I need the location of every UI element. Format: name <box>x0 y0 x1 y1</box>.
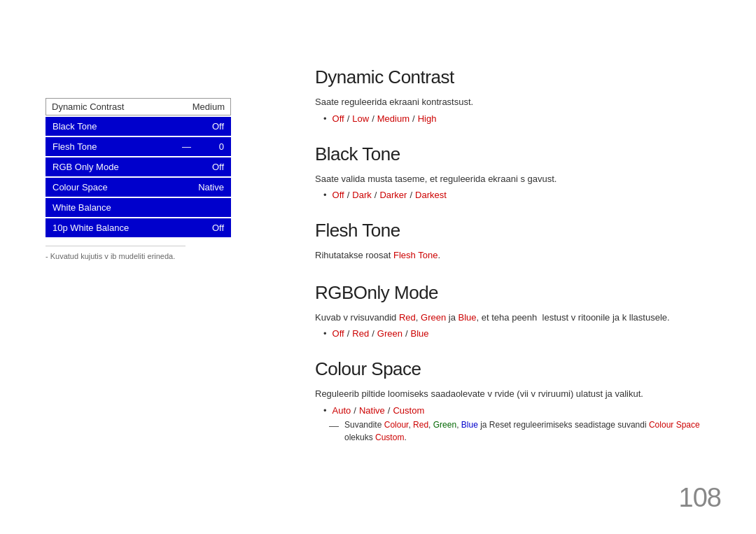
section-desc-flesh-tone: Rihutatakse roosat Flesh Tone. <box>315 248 714 262</box>
menu-item-label: 10p White Balance <box>52 223 129 233</box>
menu-item-10p-white-balance[interactable]: 10p White Balance Off <box>46 218 231 237</box>
menu-item-label: Flesh Tone <box>52 141 97 152</box>
menu-item-black-tone[interactable]: Black Tone Off <box>46 117 231 136</box>
bullet: • <box>323 328 327 339</box>
section-options-rgb-only-mode: • Off / Red / Green / Blue <box>323 328 714 339</box>
bullet: • <box>323 113 327 124</box>
note-text: - Kuvatud kujutis v ib mudeliti erineda. <box>46 252 231 260</box>
menu-item-label: White Balance <box>52 202 111 213</box>
section-title-rgb-only-mode: RGBOnly Mode <box>315 282 714 304</box>
sub-note-text: Suvandite Colour, Red, Green, Blue ja Re… <box>344 419 714 444</box>
section-flesh-tone: Flesh Tone Rihutatakse roosat Flesh Tone… <box>315 220 714 262</box>
menu-item-value: Off <box>212 121 224 132</box>
left-menu-panel: Dynamic Contrast Medium Black Tone Off F… <box>46 98 231 260</box>
section-title-flesh-tone: Flesh Tone <box>315 220 714 241</box>
menu-item-flesh-tone[interactable]: Flesh Tone — 0 <box>46 137 231 156</box>
menu-header-value: Medium <box>192 101 225 112</box>
menu-item-rgb-only-mode[interactable]: RGB Only Mode Off <box>46 157 231 176</box>
section-title-black-tone: Black Tone <box>315 143 714 165</box>
section-rgb-only-mode: RGBOnly Mode Kuvab v rvisuvandid Red, Gr… <box>315 282 714 339</box>
right-content: Dynamic Contrast Saate reguleerida ekraa… <box>315 66 714 463</box>
section-desc-colour-space: Reguleerib piltide loomiseks saadaolevat… <box>315 387 714 401</box>
menu-item-label: Black Tone <box>52 121 97 132</box>
section-colour-space: Colour Space Reguleerib piltide loomisek… <box>315 358 714 444</box>
menu-item-colour-space[interactable]: Colour Space Native <box>46 178 231 197</box>
page-number: 108 <box>679 483 721 513</box>
section-black-tone: Black Tone Saate valida musta taseme, et… <box>315 143 714 201</box>
menu-item-white-balance[interactable]: White Balance <box>46 198 231 217</box>
sub-note-colour-space: — Suvandite Colour, Red, Green, Blue ja … <box>329 419 714 444</box>
divider <box>46 246 186 246</box>
menu-item-value: Native <box>198 182 224 192</box>
section-title-dynamic-contrast: Dynamic Contrast <box>315 66 714 88</box>
menu-item-value: Off <box>212 223 224 233</box>
bullet: • <box>323 405 327 416</box>
section-desc-black-tone: Saate valida musta taseme, et reguleerid… <box>315 172 714 186</box>
menu-item-label: Colour Space <box>52 182 108 192</box>
menu-item-label: RGB Only Mode <box>52 162 119 172</box>
section-options-dynamic-contrast: • Off / Low / Medium / High <box>323 113 714 124</box>
section-desc-dynamic-contrast: Saate reguleerida ekraani kontrastsust. <box>315 95 714 109</box>
bullet: • <box>323 190 327 200</box>
menu-item-value: — 0 <box>182 141 224 152</box>
menu-header: Dynamic Contrast Medium <box>46 98 231 115</box>
section-options-black-tone: • Off / Dark / Darker / Darkest <box>323 190 714 200</box>
sub-note-dash: — <box>329 419 339 433</box>
section-desc-rgb-only-mode: Kuvab v rvisuvandid Red, Green ja Blue, … <box>315 311 714 325</box>
section-options-colour-space: • Auto / Native / Custom <box>323 405 714 416</box>
menu-item-value: Off <box>212 162 224 172</box>
section-dynamic-contrast: Dynamic Contrast Saate reguleerida ekraa… <box>315 66 714 124</box>
menu-header-label: Dynamic Contrast <box>52 101 124 112</box>
section-title-colour-space: Colour Space <box>315 358 714 380</box>
